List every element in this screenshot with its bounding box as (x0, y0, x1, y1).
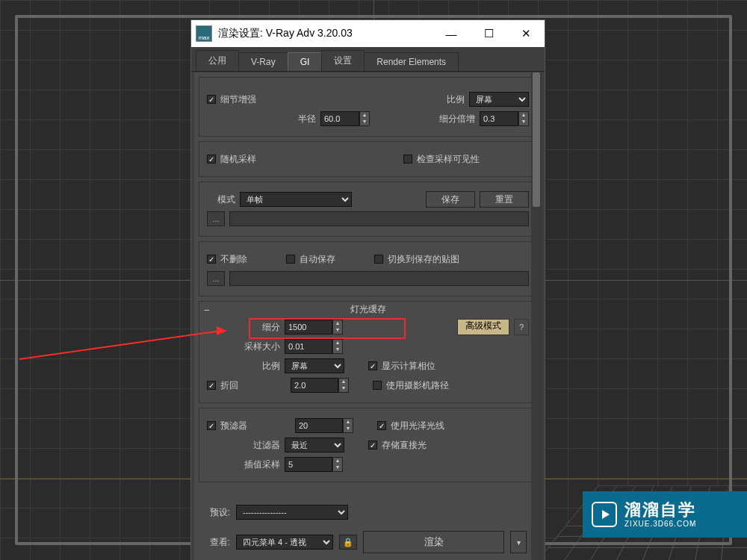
select-preset[interactable]: ---------------- (236, 505, 348, 520)
tab-bar: 公用 V-Ray GI 设置 Render Elements (191, 47, 545, 72)
section-random-sample: 随机采样 检查采样可见性 (199, 141, 537, 177)
dialog-body: 细节增强 比例 屏幕 半径 ▲▼ 细分倍增 ▲▼ (194, 72, 542, 560)
render-settings-dialog: max 渲染设置: V-Ray Adv 3.20.03 — ☐ ✕ 公用 V-R… (190, 19, 545, 560)
checkbox-switch-saved[interactable] (374, 255, 383, 264)
label-camera-path: 使用摄影机路径 (386, 379, 449, 392)
titlebar[interactable]: max 渲染设置: V-Ray Adv 3.20.03 — ☐ ✕ (191, 20, 545, 47)
select-ratio[interactable]: 屏幕 (469, 92, 529, 107)
app-icon: max (196, 25, 212, 42)
checkbox-detail-enhance[interactable] (207, 95, 216, 104)
button-advanced-mode[interactable]: 高级模式 (457, 319, 509, 335)
checkbox-no-delete[interactable] (207, 255, 216, 264)
tab-settings[interactable]: 设置 (321, 50, 365, 71)
path-field-2[interactable] (229, 271, 529, 286)
input-subdiv[interactable] (285, 320, 332, 335)
label-retrace: 折回 (220, 379, 238, 392)
annotation-arrow-head (217, 326, 227, 335)
label-prefilter: 预滤器 (220, 420, 247, 432)
button-save[interactable]: 保存 (426, 191, 475, 208)
select-mode[interactable]: 单帧 (240, 192, 352, 207)
label-mode: 模式 (207, 193, 235, 206)
label-store-direct: 存储直接光 (382, 439, 427, 452)
watermark-url: ZIXUE.3D66.COM (624, 520, 696, 528)
play-icon (592, 502, 617, 527)
input-sample-size[interactable] (285, 339, 332, 354)
checkbox-use-glossy[interactable] (377, 421, 386, 430)
window-title: 渲染设置: V-Ray Adv 3.20.03 (218, 27, 433, 40)
button-browse-2[interactable]: ... (207, 271, 225, 286)
label-use-glossy: 使用光泽光线 (391, 420, 444, 432)
select-filter[interactable]: 最近 (285, 438, 344, 452)
section-title-light-cache: 灯光缓存 (207, 303, 529, 316)
label-ratio: 比例 (447, 93, 465, 106)
checkbox-check-sample-vis[interactable] (403, 155, 412, 164)
section-light-cache: − 灯光缓存 细分 ▲▼ 高级模式 ? 采样大小 ▲▼ 比例 (199, 301, 537, 403)
watermark-brand: 溜溜自学 (624, 501, 696, 519)
input-radius[interactable] (320, 111, 359, 126)
checkbox-camera-path[interactable] (373, 381, 382, 390)
spinner-interp[interactable]: ▲▼ (285, 457, 343, 472)
label-ratio-lc: 比例 (207, 360, 280, 373)
input-subdiv-mult[interactable] (480, 111, 518, 126)
label-detail-enhance: 细节增强 (220, 93, 256, 106)
input-retrace[interactable] (291, 378, 338, 393)
checkbox-retrace[interactable] (207, 381, 216, 390)
label-switch-saved: 切换到保存的贴图 (388, 253, 459, 266)
checkbox-auto-save[interactable] (286, 255, 295, 264)
scrollbar-track[interactable] (531, 72, 542, 560)
label-auto-save: 自动保存 (300, 253, 335, 266)
input-prefilter[interactable] (295, 418, 343, 433)
label-filter: 过滤器 (207, 439, 280, 452)
checkbox-prefilter[interactable] (207, 421, 216, 430)
tab-render-elements[interactable]: Render Elements (364, 52, 459, 71)
label-view: 查看: (199, 536, 230, 549)
section-no-delete: 不删除 自动保存 切换到保存的贴图 ... (199, 241, 537, 296)
checkbox-show-calc[interactable] (368, 361, 377, 370)
spinner-retrace[interactable]: ▲▼ (291, 378, 349, 393)
checkbox-random-sample[interactable] (207, 155, 216, 164)
button-render[interactable]: 渲染 (363, 531, 504, 553)
checkbox-store-direct[interactable] (368, 441, 377, 449)
close-button[interactable]: ✕ (507, 20, 545, 47)
spinner-subdiv-mult[interactable]: ▲▼ (480, 111, 529, 126)
label-radius: 半径 (294, 113, 316, 125)
label-no-delete: 不删除 (220, 253, 247, 266)
label-subdiv-mult: 细分倍增 (439, 113, 475, 125)
button-browse-1[interactable]: ... (207, 211, 225, 226)
spinner-radius[interactable]: ▲▼ (320, 111, 370, 126)
minimize-button[interactable]: — (433, 20, 470, 47)
dialog-footer: 预设: ---------------- 查看: 四元菜单 4 - 透视 🔒 渲… (199, 501, 527, 556)
tab-vray[interactable]: V-Ray (238, 52, 288, 71)
button-help[interactable]: ? (514, 319, 529, 335)
label-show-calc: 显示计算相位 (382, 360, 436, 373)
spinner-prefilter[interactable]: ▲▼ (295, 418, 353, 433)
tab-common[interactable]: 公用 (196, 50, 239, 71)
path-field-1[interactable] (229, 211, 529, 226)
section-detail-enhance: 细节增强 比例 屏幕 半径 ▲▼ 细分倍增 ▲▼ (199, 77, 537, 137)
label-check-sample-vis: 检查采样可见性 (417, 153, 480, 166)
label-preset: 预设: (199, 506, 230, 519)
label-interp: 插值采样 (207, 458, 280, 471)
spinner-subdiv[interactable]: ▲▼ (285, 320, 343, 335)
select-ratio-lc[interactable]: 屏幕 (285, 358, 344, 373)
scrollbar-thumb[interactable] (533, 72, 540, 207)
button-reset[interactable]: 重置 (480, 191, 529, 208)
input-interp[interactable] (285, 457, 332, 472)
select-view[interactable]: 四元菜单 4 - 透视 (236, 535, 333, 550)
render-dropdown-icon[interactable]: ▾ (510, 531, 527, 553)
tab-gi[interactable]: GI (288, 52, 323, 71)
section-prefilter: 预滤器 ▲▼ 使用光泽光线 过滤器 最近 存储直接光 插 (199, 408, 537, 482)
maximize-button[interactable]: ☐ (470, 20, 507, 47)
label-random-sample: 随机采样 (220, 153, 256, 166)
watermark: 溜溜自学 ZIXUE.3D66.COM (583, 491, 747, 538)
rollout-toggle-icon[interactable]: − (204, 305, 210, 316)
spinner-sample-size[interactable]: ▲▼ (285, 339, 343, 354)
label-sample-size: 采样大小 (207, 340, 280, 353)
section-mode: 模式 单帧 保存 重置 ... (199, 181, 537, 237)
button-lock-view[interactable]: 🔒 (339, 535, 357, 550)
